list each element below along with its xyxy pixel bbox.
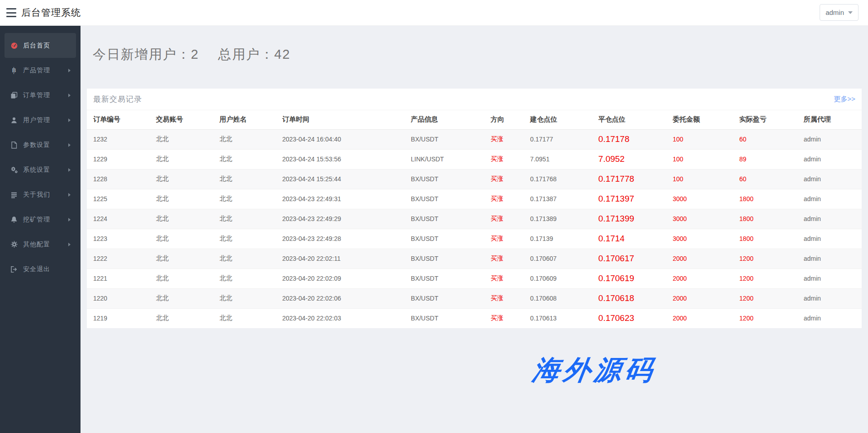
cell-direction: 买涨 xyxy=(484,189,524,209)
chevron-right-icon xyxy=(68,168,71,172)
cell-amount: 100 xyxy=(666,149,733,169)
sidebar-item-label: 产品管理 xyxy=(23,66,50,75)
sidebar-item-other[interactable]: 其他配置 xyxy=(5,232,76,257)
cell-order-time: 2023-04-23 22:49:28 xyxy=(276,229,404,249)
cell-order-time: 2023-04-20 22:02:06 xyxy=(276,288,404,308)
sidebar-item-home[interactable]: 后台首页 xyxy=(5,33,76,58)
cell-user-name: 北北 xyxy=(213,169,276,189)
sidebar-item-mining[interactable]: 挖矿管理 xyxy=(5,207,76,232)
sidebar-item-logout[interactable]: 安全退出 xyxy=(5,257,76,282)
cell-account: 北北 xyxy=(150,189,213,209)
cell-close-price: 0.170619 xyxy=(592,268,666,288)
table-row: 1232北北北北2023-04-24 16:04:40BX/USDT买涨0.17… xyxy=(87,129,862,149)
hamburger-icon[interactable] xyxy=(6,8,16,17)
cell-open-price: 7.0951 xyxy=(524,149,592,169)
cell-order-id: 1219 xyxy=(87,308,150,328)
sidebar-item-params[interactable]: 参数设置 xyxy=(5,132,76,157)
cell-user-name: 北北 xyxy=(213,129,276,149)
gear-icon xyxy=(10,241,18,248)
cell-direction: 买涨 xyxy=(484,229,524,249)
cell-user-name: 北北 xyxy=(213,288,276,308)
cell-agent: admin xyxy=(797,169,862,189)
table-row: 1220北北北北2023-04-20 22:02:06BX/USDT买涨0.17… xyxy=(87,288,862,308)
sidebar-item-system[interactable]: 系统设置 xyxy=(5,157,76,182)
column-header-open-price: 建仓点位 xyxy=(524,110,592,129)
cell-direction: 买涨 xyxy=(484,308,524,328)
cell-account: 北北 xyxy=(150,149,213,169)
more-link[interactable]: 更多>> xyxy=(834,95,855,104)
cell-order-time: 2023-04-23 22:49:29 xyxy=(276,209,404,229)
cell-product: BX/USDT xyxy=(404,249,484,268)
cell-close-price: 0.170623 xyxy=(592,308,666,328)
cell-order-id: 1224 xyxy=(87,209,150,229)
sidebar-item-label: 安全退出 xyxy=(23,265,50,273)
new-users-value: 2 xyxy=(191,47,199,61)
cell-agent: admin xyxy=(797,288,862,308)
chevron-right-icon xyxy=(68,143,71,147)
cell-order-id: 1228 xyxy=(87,169,150,189)
user-dropdown[interactable]: admin xyxy=(820,4,859,21)
chevron-right-icon xyxy=(68,118,71,122)
cell-order-time: 2023-04-24 15:25:44 xyxy=(276,169,404,189)
cell-account: 北北 xyxy=(150,129,213,149)
cell-direction: 买涨 xyxy=(484,149,524,169)
cell-amount: 2000 xyxy=(666,268,733,288)
chevron-right-icon xyxy=(68,218,71,221)
cell-amount: 3000 xyxy=(666,189,733,209)
cell-product: BX/USDT xyxy=(404,229,484,249)
list-icon xyxy=(10,191,18,198)
column-header-agent: 所属代理 xyxy=(797,110,862,129)
logout-icon xyxy=(10,266,18,273)
cell-open-price: 0.171387 xyxy=(524,189,592,209)
cell-user-name: 北北 xyxy=(213,149,276,169)
sidebar-item-label: 挖矿管理 xyxy=(23,216,50,224)
sidebar-item-users[interactable]: 用户管理 xyxy=(5,108,76,132)
cell-account: 北北 xyxy=(150,209,213,229)
cell-close-price: 0.171778 xyxy=(592,169,666,189)
column-header-profit: 实际盈亏 xyxy=(733,110,797,129)
sidebar-item-about[interactable]: 关于我们 xyxy=(5,182,76,207)
cell-close-price: 0.1714 xyxy=(592,229,666,249)
cell-account: 北北 xyxy=(150,169,213,189)
table-row: 1221北北北北2023-04-20 22:02:09BX/USDT买涨0.17… xyxy=(87,268,862,288)
cell-user-name: 北北 xyxy=(213,229,276,249)
table-row: 1223北北北北2023-04-23 22:49:28BX/USDT买涨0.17… xyxy=(87,229,862,249)
cell-profit: 60 xyxy=(733,129,797,149)
sidebar-item-label: 参数设置 xyxy=(23,141,50,149)
user-name: admin xyxy=(825,9,844,16)
column-header-amount: 委托金额 xyxy=(666,110,733,129)
cell-close-price: 0.170618 xyxy=(592,288,666,308)
cell-order-time: 2023-04-24 15:53:56 xyxy=(276,149,404,169)
main-content: 今日新增用户：2总用户：42 最新交易记录 更多>> 订单编号交易账号用户姓名订… xyxy=(81,26,868,433)
gears-icon xyxy=(10,166,18,174)
cell-order-id: 1222 xyxy=(87,249,150,268)
cell-open-price: 0.171768 xyxy=(524,169,592,189)
cell-profit: 1800 xyxy=(733,229,797,249)
user-stats: 今日新增用户：2总用户：42 xyxy=(81,26,868,64)
cell-open-price: 0.170609 xyxy=(524,268,592,288)
table-body: 1232北北北北2023-04-24 16:04:40BX/USDT买涨0.17… xyxy=(87,129,862,328)
panel-title: 最新交易记录 xyxy=(93,94,142,104)
column-header-close-price: 平仓点位 xyxy=(592,110,666,129)
cell-user-name: 北北 xyxy=(213,249,276,268)
total-users-label: 总用户： xyxy=(218,47,274,61)
cell-amount: 3000 xyxy=(666,209,733,229)
sidebar-item-orders[interactable]: 订单管理 xyxy=(5,83,76,108)
cell-amount: 2000 xyxy=(666,288,733,308)
cell-open-price: 0.170607 xyxy=(524,249,592,268)
sidebar-item-label: 订单管理 xyxy=(23,91,50,99)
sidebar-item-label: 后台首页 xyxy=(23,42,50,50)
app-title: 后台管理系统 xyxy=(21,6,81,19)
cell-agent: admin xyxy=(797,308,862,328)
cell-profit: 1200 xyxy=(733,249,797,268)
cell-profit: 1200 xyxy=(733,308,797,328)
chevron-down-icon xyxy=(848,11,853,14)
cell-direction: 买涨 xyxy=(484,288,524,308)
sidebar-item-products[interactable]: B 产品管理 xyxy=(5,58,76,83)
cell-agent: admin xyxy=(797,209,862,229)
table-row: 1219北北北北2023-04-20 22:02:03BX/USDT买涨0.17… xyxy=(87,308,862,328)
total-users-value: 42 xyxy=(274,47,290,61)
table-row: 1228北北北北2023-04-24 15:25:44BX/USDT买涨0.17… xyxy=(87,169,862,189)
cell-amount: 100 xyxy=(666,129,733,149)
column-header-order-id: 订单编号 xyxy=(87,110,150,129)
